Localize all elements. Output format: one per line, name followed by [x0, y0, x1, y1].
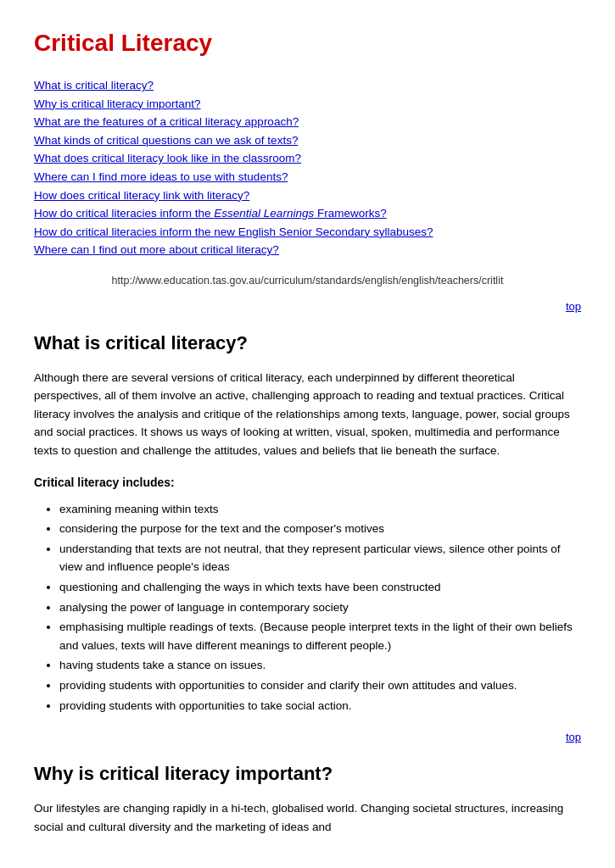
section-body-2: Our lifestyles are changing rapidly in a… [34, 799, 581, 836]
toc-link-10[interactable]: Where can I find out more about critical… [34, 241, 581, 259]
list-item: emphasising multiple readings of texts. … [59, 618, 581, 654]
section-what-is: What is critical literacy? Although ther… [34, 329, 581, 747]
list-item: considering the purpose for the text and… [59, 520, 581, 538]
toc-link-7[interactable]: How does critical literacy link with lit… [34, 186, 581, 205]
toc-link-8[interactable]: How do critical literacies inform the Es… [34, 204, 581, 223]
toc-link-9[interactable]: How do critical literacies inform the ne… [34, 223, 581, 242]
section-body-1: Although there are several versions of c… [34, 369, 581, 460]
list-item: understanding that texts are not neutral… [59, 540, 581, 576]
list-item: providing students with opportunities to… [59, 676, 581, 695]
top-link-section-1: top [34, 728, 581, 746]
toc-link-2[interactable]: Why is critical literacy important? [34, 95, 581, 114]
subsection-title-1: Critical literacy includes: [34, 474, 581, 492]
toc-link-5[interactable]: What does critical literacy look like in… [34, 149, 581, 168]
top-link-header: top [34, 298, 581, 315]
top-anchor-1[interactable]: top [566, 300, 581, 313]
toc-link-4[interactable]: What kinds of critical questions can we … [34, 131, 581, 150]
bullet-list-1: examining meaning within texts consideri… [59, 500, 581, 715]
list-item: examining meaning within texts [59, 500, 581, 519]
section-why-important: Why is critical literacy important? Our … [34, 760, 581, 836]
list-item: questioning and challenging the ways in … [59, 578, 581, 597]
section-heading-2: Why is critical literacy important? [34, 760, 581, 787]
toc-link-1[interactable]: What is critical literacy? [34, 76, 581, 95]
list-item: providing students with opportunities to… [59, 697, 581, 715]
list-item: analysing the power of language in conte… [59, 598, 581, 617]
top-anchor-2[interactable]: top [566, 731, 581, 743]
toc-link-3[interactable]: What are the features of a critical lite… [34, 113, 581, 131]
section-heading-1: What is critical literacy? [34, 329, 581, 357]
url-reference: http://www.education.tas.gov.au/curricul… [34, 273, 581, 289]
list-item: having students take a stance on issues. [59, 656, 581, 675]
table-of-contents: What is critical literacy? Why is critic… [34, 76, 581, 259]
page-title: Critical Literacy [34, 25, 581, 61]
toc-link-6[interactable]: Where can I find more ideas to use with … [34, 168, 581, 186]
